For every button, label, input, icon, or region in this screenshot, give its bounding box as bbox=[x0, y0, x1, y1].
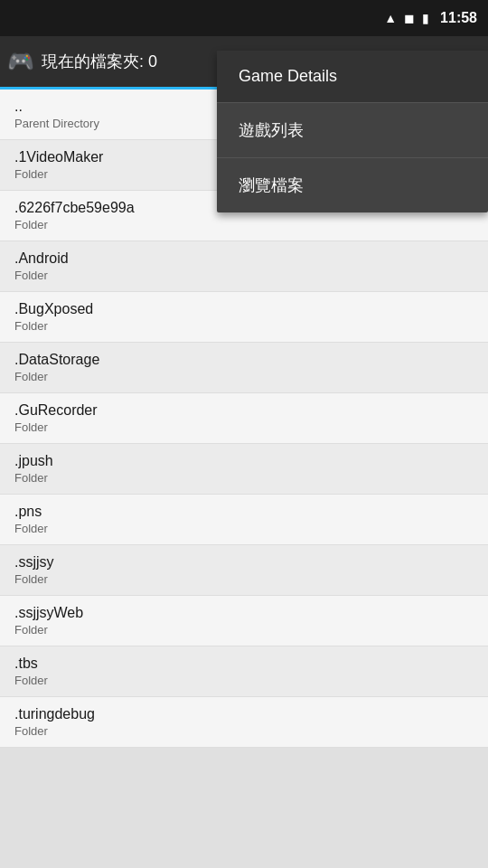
dropdown-overlay[interactable]: Game Details遊戲列表瀏覽檔案 bbox=[0, 0, 488, 868]
dropdown-item-game-details[interactable]: Game Details bbox=[217, 51, 488, 103]
dropdown-item-game-list[interactable]: 遊戲列表 bbox=[217, 103, 488, 158]
dropdown-item-browse-files[interactable]: 瀏覽檔案 bbox=[217, 158, 488, 212]
dropdown-menu: Game Details遊戲列表瀏覽檔案 bbox=[217, 51, 488, 212]
